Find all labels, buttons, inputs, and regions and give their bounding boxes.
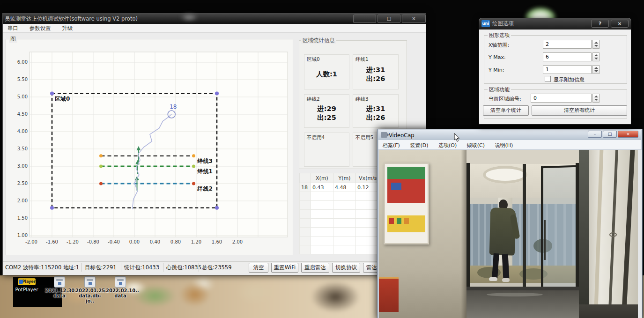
maximize-button[interactable]: □ — [378, 15, 400, 23]
spin-down-icon[interactable] — [594, 58, 598, 59]
cell-y: 4.48 — [333, 183, 356, 192]
reset-wifi-button[interactable]: 重置WiFi — [271, 263, 298, 273]
interior-ceiling — [466, 150, 579, 164]
svg-text:2.50: 2.50 — [17, 181, 28, 186]
spin-down-icon[interactable] — [594, 45, 598, 47]
svg-text:1.60: 1.60 — [212, 239, 222, 244]
cell-empty — [311, 210, 333, 219]
x-range-stepper[interactable] — [592, 40, 600, 49]
x-range-label: X轴范围: — [489, 42, 509, 49]
status-total-pkts: 总包:23559 — [202, 264, 231, 271]
cell-empty — [311, 192, 333, 201]
spin-up-icon[interactable] — [594, 54, 598, 56]
current-region-input[interactable]: 0 — [531, 94, 592, 103]
svg-text:1.00: 1.00 — [17, 233, 28, 238]
stat-box-tripline3: 绊线3 进:31 出:26 — [353, 94, 399, 128]
current-region-stepper[interactable] — [592, 94, 600, 103]
chart-svg: -2.00-1.60-1.20-0.80-0.400.000.400.801.2… — [13, 49, 294, 250]
desktop-icon-potplayer[interactable]: Player PotPlayer — [11, 278, 42, 292]
stat-value: 人数:1 — [316, 70, 337, 79]
y-min-stepper[interactable] — [592, 65, 600, 74]
menu-serial-port[interactable]: 串口 — [3, 24, 23, 33]
poster-figure — [397, 218, 401, 224]
cell-empty — [311, 228, 333, 237]
cell-empty — [311, 219, 333, 228]
divider — [81, 263, 82, 272]
divider — [199, 263, 199, 272]
y-max-stepper[interactable] — [592, 52, 600, 61]
menu-upgrade[interactable]: 升级 — [57, 24, 77, 33]
svg-text:-1.20: -1.20 — [67, 239, 79, 244]
clear-button[interactable]: 清空 — [249, 263, 268, 273]
cell-empty — [300, 210, 311, 219]
status-heartbeat: 心跳包:10835 — [166, 264, 201, 271]
restart-radar-button[interactable]: 重启雷达 — [301, 263, 329, 273]
svg-text:-1.60: -1.60 — [46, 239, 58, 244]
graphics-options-label: 图形选项 — [488, 32, 511, 39]
minimize-button[interactable]: – — [353, 15, 376, 23]
close-button[interactable]: × — [402, 15, 426, 23]
svg-text:3.00: 3.00 — [17, 163, 28, 169]
cell-empty — [333, 201, 356, 210]
desktop-shortcut-3[interactable]: 2022.02.10.. data — [106, 276, 135, 298]
clear-all-stats-button[interactable]: 清空所有统计 — [532, 105, 627, 116]
svg-text:0.40: 0.40 — [150, 239, 160, 244]
stat-label: 不启用5 — [355, 134, 373, 141]
video-right-edge — [638, 150, 642, 318]
videocap-maximize-button[interactable]: □ — [603, 131, 617, 138]
radar-window-title: 员监测雷达上位机调试软件(software using V2 proto) — [5, 15, 138, 22]
file-icon — [115, 276, 126, 288]
spin-up-icon[interactable] — [594, 42, 598, 44]
help-button[interactable]: ? — [591, 20, 609, 28]
spin-up-icon[interactable] — [594, 67, 598, 69]
floor-right-gloss — [579, 304, 642, 318]
stat-value: 进:31 — [366, 104, 385, 113]
plot-group-label: 图 — [9, 36, 17, 43]
cell-empty — [333, 245, 356, 254]
spin-down-icon[interactable] — [594, 70, 598, 72]
status-target-pkts: 目标包:2291 — [85, 264, 117, 271]
uni-app-icon: uni — [481, 20, 490, 27]
menu-parameter-settings[interactable]: 参数设置 — [25, 24, 56, 33]
svg-text:-2.00: -2.00 — [25, 239, 37, 244]
switch-protocol-button[interactable]: 切换协议 — [332, 263, 360, 273]
menu-help[interactable]: 说明(H) — [491, 140, 518, 149]
poster-figure — [389, 218, 394, 224]
videocap-minimize-button[interactable]: – — [588, 131, 602, 138]
spin-up-icon[interactable] — [594, 96, 598, 97]
cell-x: 0.43 — [311, 183, 333, 192]
menu-file[interactable]: 档案(F) — [378, 140, 404, 149]
videocap-menubar: 档案(F) 装置(D) 选项(O) 撷取(C) 说明(H) — [378, 140, 641, 150]
svg-text:绊线2: 绊线2 — [197, 185, 213, 192]
y-max-input[interactable]: 6 — [543, 52, 592, 61]
stat-box-region0: 区域0 人数:1 — [304, 54, 349, 89]
svg-text:0.80: 0.80 — [170, 239, 181, 244]
shortcut-label: data.db-jo.. — [75, 293, 104, 303]
dialog-close-button[interactable]: × — [611, 20, 629, 28]
divider — [121, 263, 121, 272]
clear-single-stats-button[interactable]: 清空单个统计 — [483, 105, 529, 116]
svg-text:4.00: 4.00 — [17, 129, 28, 134]
x-range-input[interactable]: 2 — [543, 40, 592, 49]
y-min-input[interactable]: 1 — [543, 65, 592, 74]
poster-figure — [404, 218, 409, 224]
camera-feed — [379, 150, 642, 318]
desktop-shortcut-2[interactable]: 2022.01.25.. data.db-jo.. — [75, 276, 104, 303]
status-bar: COM2 波特率:115200 地址:1 目标包:2291 统计包:10433 … — [3, 261, 427, 273]
stat-value: 进:31 — [366, 66, 385, 74]
spin-down-icon[interactable] — [594, 99, 598, 101]
svg-text:18: 18 — [170, 104, 177, 110]
menu-capture[interactable]: 撷取(C) — [463, 140, 489, 149]
videocap-close-button[interactable]: × — [618, 131, 638, 138]
show-extra-info-checkbox[interactable] — [545, 76, 551, 82]
svg-text:0.00: 0.00 — [129, 239, 140, 244]
svg-text:3.50: 3.50 — [17, 146, 28, 151]
menu-device[interactable]: 装置(D) — [406, 140, 432, 149]
col-x: X(m) — [311, 173, 333, 183]
desktop-shortcut-1[interactable]: 2021.12.30.. data — [45, 276, 74, 298]
svg-text:2.00: 2.00 — [232, 239, 243, 244]
cell-empty — [311, 201, 333, 210]
floor-reflection — [487, 293, 543, 296]
svg-text:6.00: 6.00 — [17, 59, 28, 65]
status-stat-pkts: 统计包:10433 — [124, 264, 159, 271]
